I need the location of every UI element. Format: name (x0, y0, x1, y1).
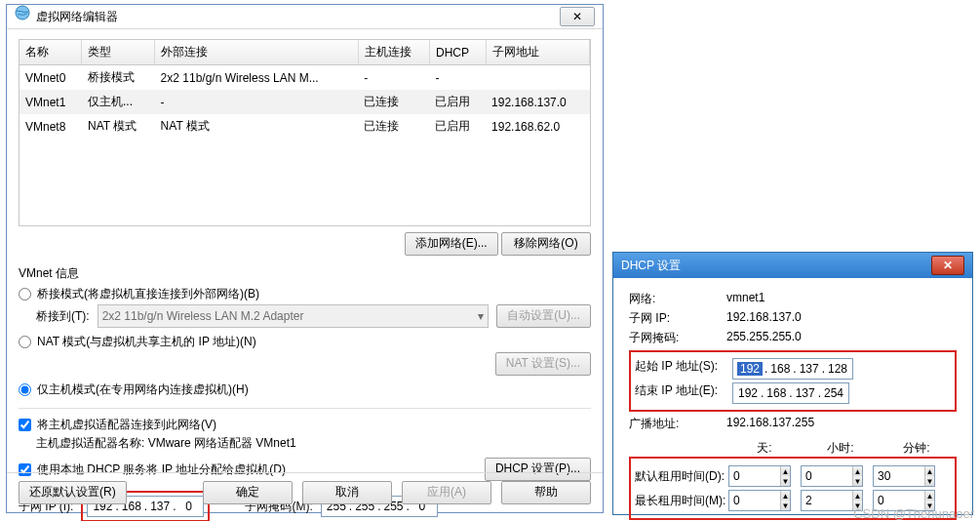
hours-header: 小时: (803, 440, 879, 457)
ip-range-highlight: 起始 IP 地址(S):192.168.137.128 结束 IP 地址(E):… (629, 350, 957, 412)
dhcp-title-bar: DHCP 设置 ✕ (613, 253, 972, 278)
cancel-button[interactable]: 取消 (302, 481, 392, 504)
app-icon (15, 5, 30, 28)
start-ip-label: 起始 IP 地址(S): (635, 358, 732, 380)
chevron-down-icon: ▾ (478, 309, 484, 323)
column-header[interactable]: 类型 (82, 40, 155, 65)
window-title: 虚拟网络编辑器 (36, 5, 118, 28)
dhcp-close-button[interactable]: ✕ (931, 256, 964, 275)
host-only-label: 仅主机模式(在专用网络内连接虚拟机)(H) (37, 381, 249, 398)
help-button[interactable]: 帮助 (501, 481, 591, 504)
bridge-adapter-combo: 2x2 11b/g/n Wireless LAN M.2 Adapter▾ (98, 304, 490, 328)
end-ip-input[interactable]: 192.168.137.254 (732, 382, 849, 404)
network-value: vmnet1 (726, 291, 764, 307)
dhcp-subnet-mask-label: 子网掩码: (629, 330, 726, 346)
bridge-mode-radio[interactable] (19, 288, 31, 301)
days-header: 天: (726, 440, 803, 457)
dhcp-subnet-ip-value: 192.168.137.0 (726, 310, 802, 327)
default-lease-label: 默认租用时间(D): (635, 468, 728, 485)
nat-settings-button: NAT 设置(S)... (495, 352, 591, 376)
vmnet-info-label: VMnet 信息 (19, 265, 591, 282)
adapter-name-label: 主机虚拟适配器名称: VMware 网络适配器 VMnet1 (36, 435, 591, 452)
nat-mode-radio[interactable] (19, 336, 31, 348)
broadcast-value: 192.168.137.255 (726, 416, 814, 432)
close-button[interactable]: ✕ (560, 7, 595, 26)
svg-point-0 (16, 6, 29, 20)
apply-button: 应用(A) (402, 481, 491, 504)
default-hours-stepper[interactable]: ▲▼ (801, 465, 863, 487)
column-header[interactable]: 主机连接 (358, 40, 429, 65)
virtual-network-editor-window: 虚拟网络编辑器 ✕ 名称类型外部连接主机连接DHCP子网地址 VMnet0桥接模… (6, 4, 604, 513)
broadcast-label: 广播地址: (629, 416, 726, 432)
restore-defaults-button[interactable]: 还原默认设置(R) (19, 481, 127, 504)
bridge-to-label: 桥接到(T): (36, 308, 90, 325)
max-days-stepper[interactable]: ▲▼ (728, 490, 791, 511)
network-label: 网络: (629, 291, 726, 307)
host-only-radio[interactable] (19, 383, 31, 396)
add-network-button[interactable]: 添加网络(E)... (405, 232, 498, 256)
start-ip-input[interactable]: 192.168.137.128 (732, 358, 853, 380)
table-row[interactable]: VMnet8NAT 模式NAT 模式已连接已启用192.168.62.0 (20, 114, 590, 139)
network-table[interactable]: 名称类型外部连接主机连接DHCP子网地址 VMnet0桥接模式2x2 11b/g… (19, 39, 591, 226)
dhcp-settings-window: DHCP 设置 ✕ 网络:vmnet1 子网 IP:192.168.137.0 … (612, 252, 973, 515)
ok-button[interactable]: 确定 (203, 481, 293, 504)
dhcp-subnet-mask-value: 255.255.255.0 (726, 330, 802, 346)
bridge-mode-label: 桥接模式(将虚拟机直接连接到外部网络)(B) (37, 286, 259, 302)
title-bar: 虚拟网络编辑器 ✕ (7, 5, 603, 29)
nat-mode-label: NAT 模式(与虚拟机共享主机的 IP 地址)(N) (37, 334, 256, 350)
dhcp-window-title: DHCP 设置 (621, 258, 681, 274)
watermark: CSDN @Thenunaoer (853, 506, 974, 521)
dhcp-subnet-ip-label: 子网 IP: (629, 310, 726, 327)
table-row[interactable]: VMnet1仅主机...-已连接已启用192.168.137.0 (20, 90, 590, 114)
default-mins-stepper[interactable]: ▲▼ (873, 465, 935, 487)
column-header[interactable]: DHCP (429, 40, 486, 65)
default-days-stepper[interactable]: ▲▼ (728, 465, 791, 487)
connect-host-adapter-checkbox[interactable] (19, 419, 31, 431)
connect-host-adapter-label: 将主机虚拟适配器连接到此网络(V) (37, 417, 216, 433)
auto-settings-button: 自动设置(U)... (496, 304, 591, 328)
column-header[interactable]: 外部连接 (155, 40, 359, 65)
max-lease-label: 最长租用时间(M): (635, 493, 728, 509)
mins-header: 分钟: (879, 440, 955, 457)
column-header[interactable]: 名称 (20, 40, 82, 65)
column-header[interactable]: 子网地址 (486, 40, 589, 65)
end-ip-label: 结束 IP 地址(E): (635, 382, 732, 404)
remove-network-button[interactable]: 移除网络(O) (501, 232, 591, 256)
table-row[interactable]: VMnet0桥接模式2x2 11b/g/n Wireless LAN M...-… (20, 65, 590, 91)
